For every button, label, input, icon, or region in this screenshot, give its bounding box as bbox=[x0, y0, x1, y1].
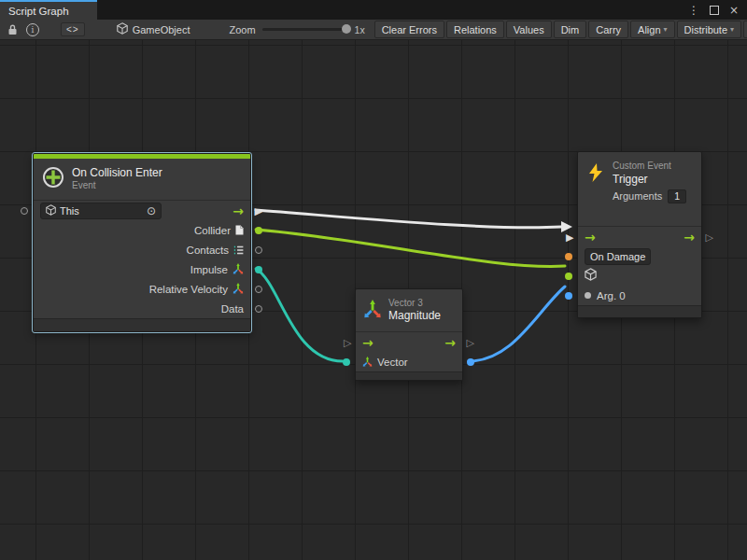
row-control: ▶ → → ▷ bbox=[578, 227, 701, 246]
node-vector3-magnitude[interactable]: Vector 3 Magnitude ▷ → → ▷ Vector bbox=[355, 288, 463, 381]
control-out-port[interactable]: ▷ bbox=[706, 231, 713, 242]
target-in-port[interactable] bbox=[565, 273, 572, 280]
unity-window: Script Graph ⋮ × i <> GameObject Zoom 1x bbox=[0, 0, 747, 560]
event-name-field[interactable]: On Damage bbox=[585, 248, 651, 265]
values-button[interactable]: Values bbox=[506, 21, 552, 38]
node-title: Magnitude bbox=[388, 309, 441, 323]
graph-owner-label: GameObject bbox=[133, 24, 190, 35]
wire-impulse-to-vector[interactable] bbox=[256, 269, 343, 361]
row-arg0: Arg. 0 bbox=[578, 286, 701, 305]
row-impulse: Impulse bbox=[34, 259, 250, 279]
relations-button[interactable]: Relations bbox=[446, 21, 504, 38]
event-name-value: On Damage bbox=[590, 251, 645, 262]
control-out-port[interactable]: ▷ bbox=[467, 337, 474, 347]
target-field[interactable]: This ⊙ bbox=[40, 203, 162, 219]
overview-button[interactable]: Overview bbox=[743, 21, 747, 38]
node-type-label: Custom Event bbox=[613, 161, 686, 173]
zoom-control: Zoom 1x bbox=[229, 24, 364, 35]
gameobject-cube-icon bbox=[117, 22, 128, 36]
wire-magnitude-to-arg0[interactable] bbox=[469, 287, 565, 361]
zoom-knob[interactable] bbox=[342, 24, 351, 34]
cube-icon bbox=[46, 204, 56, 217]
impulse-out-port[interactable] bbox=[255, 266, 262, 273]
event-name-in-port[interactable] bbox=[565, 253, 572, 260]
graph-owner[interactable]: GameObject bbox=[117, 22, 190, 36]
arg0-in-port[interactable] bbox=[565, 292, 572, 300]
graph-canvas[interactable]: On Collision Enter Event This ⊙ → ▶ Coll… bbox=[0, 40, 747, 560]
target-value: This bbox=[60, 205, 79, 217]
row-vector-input: Vector bbox=[356, 352, 462, 371]
vector3-icon bbox=[233, 281, 244, 298]
dim-button[interactable]: Dim bbox=[554, 21, 587, 38]
maximize-icon[interactable] bbox=[710, 6, 719, 15]
window-controls: ⋮ × bbox=[688, 0, 747, 20]
tab-bar: Script Graph ⋮ × bbox=[0, 0, 747, 20]
chevron-down-icon: ▾ bbox=[664, 25, 668, 34]
control-out-arrow-icon: → bbox=[233, 204, 244, 217]
control-in-port[interactable]: ▶ bbox=[566, 231, 573, 242]
node-on-collision-enter[interactable]: On Collision Enter Event This ⊙ → ▶ Coll… bbox=[33, 153, 251, 332]
tab-title: Script Graph bbox=[8, 6, 69, 17]
node-trigger-custom-event[interactable]: Custom Event Trigger Arguments 1 ▶ → → ▷… bbox=[577, 151, 702, 318]
cube-icon bbox=[585, 268, 597, 285]
row-contacts: Contacts bbox=[34, 240, 250, 259]
control-in-port[interactable]: ▷ bbox=[344, 337, 351, 347]
vector3-icon bbox=[362, 354, 373, 371]
row-target bbox=[578, 266, 701, 286]
contacts-out-port[interactable] bbox=[255, 246, 262, 254]
graph-toolbar: i <> GameObject Zoom 1x Clear Errors Rel… bbox=[0, 20, 747, 40]
clear-errors-button[interactable]: Clear Errors bbox=[374, 21, 444, 38]
lightning-icon bbox=[585, 162, 606, 187]
object-dot-icon bbox=[585, 292, 591, 299]
close-icon[interactable]: × bbox=[729, 4, 739, 17]
node-footer bbox=[578, 305, 701, 317]
vector3-icon bbox=[233, 261, 244, 278]
menu-icon[interactable]: ⋮ bbox=[688, 4, 699, 17]
target-in-port[interactable] bbox=[21, 207, 28, 215]
arguments-label: Arguments bbox=[613, 190, 662, 202]
node-type-label: Vector 3 bbox=[388, 298, 441, 310]
vector-in-port[interactable] bbox=[343, 358, 350, 366]
zoom-value: 1x bbox=[355, 24, 365, 35]
list-icon bbox=[233, 242, 244, 259]
collider-out-port[interactable] bbox=[255, 227, 262, 234]
target-picker-icon[interactable]: ⊙ bbox=[147, 205, 156, 217]
node-header: On Collision Enter Event bbox=[34, 159, 250, 201]
row-collider: Collider bbox=[34, 220, 250, 240]
lock-icon[interactable] bbox=[7, 24, 18, 35]
node-title: On Collision Enter bbox=[72, 166, 162, 180]
distribute-button[interactable]: Distribute▾ bbox=[677, 21, 741, 38]
node-footer bbox=[356, 371, 462, 380]
code-icon[interactable]: <> bbox=[61, 22, 85, 36]
zoom-label: Zoom bbox=[229, 24, 255, 35]
row-relative-velocity: Relative Velocity bbox=[34, 279, 250, 299]
node-subtitle: Event bbox=[72, 180, 162, 192]
node-footer bbox=[34, 318, 250, 331]
chevron-down-icon: ▾ bbox=[730, 25, 734, 34]
arguments-count-field[interactable]: 1 bbox=[668, 189, 686, 203]
wire-control-flow[interactable] bbox=[256, 210, 561, 228]
row-data: Data bbox=[34, 299, 250, 318]
data-out-port[interactable] bbox=[255, 305, 262, 313]
collision-icon bbox=[41, 165, 65, 193]
tab-script-graph[interactable]: Script Graph bbox=[0, 0, 97, 20]
arguments-row: Arguments 1 bbox=[613, 189, 686, 203]
node-header: Vector 3 Magnitude bbox=[356, 289, 462, 332]
align-button[interactable]: Align▾ bbox=[630, 21, 674, 38]
node-header: Custom Event Trigger Arguments 1 bbox=[578, 152, 701, 227]
control-in-arrow-icon: → bbox=[362, 336, 374, 349]
row-target-and-control: This ⊙ → ▶ bbox=[34, 201, 250, 220]
info-icon[interactable]: i bbox=[26, 23, 39, 36]
relative-velocity-out-port[interactable] bbox=[255, 286, 262, 293]
row-event-name: On Damage bbox=[578, 246, 701, 266]
wire-collider-to-target[interactable] bbox=[256, 230, 565, 266]
control-out-port[interactable]: ▶ bbox=[255, 205, 262, 216]
file-icon bbox=[235, 222, 244, 239]
node-title: Trigger bbox=[613, 173, 686, 187]
toolbar-buttons: Clear Errors Relations Values Dim Carry … bbox=[374, 21, 747, 38]
magnitude-out-port[interactable] bbox=[467, 358, 474, 366]
zoom-slider[interactable] bbox=[262, 28, 348, 31]
carry-button[interactable]: Carry bbox=[588, 21, 628, 38]
row-control: ▷ → → ▷ bbox=[356, 332, 462, 352]
vector3-icon bbox=[363, 300, 382, 322]
